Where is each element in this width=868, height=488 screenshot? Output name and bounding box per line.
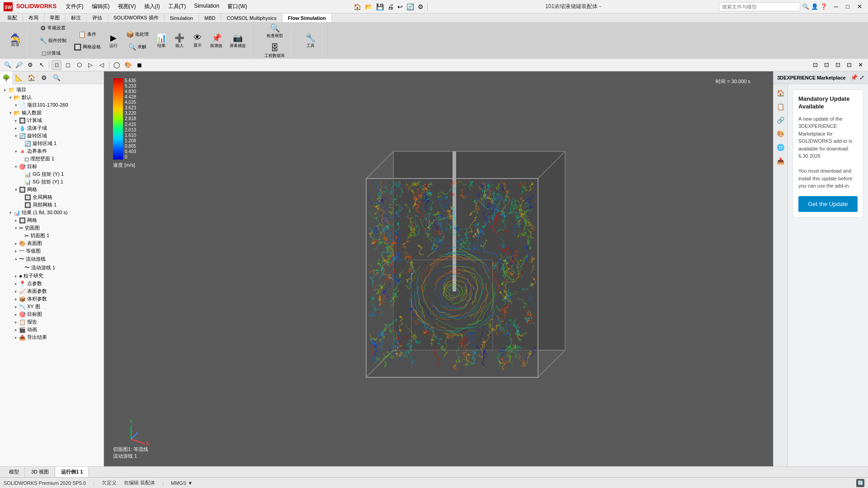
tree-item[interactable]: ▸ 📤 导出结果 (2, 333, 102, 341)
tree-item[interactable]: ▸ 🎯 目标图 (2, 310, 102, 318)
user-icon[interactable]: 👤 (811, 3, 818, 10)
mesh-settings-button[interactable]: 🔲 网格设格 (71, 42, 104, 52)
undo-icon[interactable]: ↩ (397, 3, 403, 10)
flow-tb-circle[interactable]: ◯ (112, 60, 122, 70)
rp-link-icon[interactable]: 🔗 (775, 115, 786, 126)
tree-item[interactable]: 📊 SG 扭矩 (Y) 1 (2, 178, 102, 186)
rebuild-indicator[interactable]: 🔄 (856, 479, 864, 487)
bottom-tab-3dview[interactable]: 3D 视图 (26, 467, 55, 477)
tab-flow-simulation[interactable]: Flow Simulation (283, 14, 332, 22)
home-icon[interactable]: 🏠 (354, 3, 361, 10)
tree-item[interactable]: ▾ 📂 输入数据 (2, 109, 102, 117)
flow-tb-black[interactable]: ◼ (134, 60, 144, 70)
tree-item[interactable]: ▾ 🎯 目标 (2, 163, 102, 170)
tree-item[interactable]: 🔲 全局网格 (2, 193, 102, 201)
batch-button[interactable]: 📦 批处理 (123, 29, 151, 40)
tree-item[interactable]: ▾ 🔄 旋转区域 (2, 132, 102, 140)
menu-insert[interactable]: 插入(I) (141, 2, 164, 11)
rp-palette-icon[interactable]: 🎨 (775, 128, 786, 139)
display-manager-tab[interactable]: ⚙ (38, 71, 51, 84)
tree-item[interactable]: 〜 流动游线 1 (2, 263, 102, 272)
tree-item[interactable]: ▸ 🔲 计算域 (2, 117, 102, 124)
flow-tb-right-1[interactable]: ⊡ (810, 60, 820, 70)
search-tab[interactable]: 🔍 (51, 71, 63, 84)
display-button[interactable]: 👁 显示 (189, 31, 206, 50)
tree-item[interactable]: 🔲 局部网格 1 (2, 201, 102, 209)
flow-tb-arrow-l[interactable]: ◁ (97, 60, 107, 70)
tree-item[interactable]: ▸ 〰 等值图 (2, 247, 102, 255)
flow-tb-arrow-r[interactable]: ▷ (85, 60, 95, 70)
flow-tb-close[interactable]: ✕ (855, 60, 865, 70)
get-update-button[interactable]: Get the Update (798, 196, 858, 212)
wizard-button[interactable]: 🧙 向导 (7, 32, 24, 49)
tree-item[interactable]: ▸ 📋 报告 (2, 318, 102, 326)
feature-tree-tab[interactable]: 🌳 (0, 71, 13, 84)
insert-button[interactable]: ➕ 插入 (171, 31, 188, 51)
property-manager-tab[interactable]: 📐 (13, 71, 25, 84)
probe-button[interactable]: 📌 探测值 (208, 31, 225, 51)
tree-item[interactable]: ▾ 〜 流动游线 (2, 255, 102, 263)
tab-assembly[interactable]: 装配 (2, 14, 23, 22)
check-model-button[interactable]: 🔍 检查模型 (264, 21, 286, 41)
bottom-tab-run[interactable]: 运行例1 1 (56, 467, 89, 477)
flow-tb-right-3[interactable]: ⊡ (833, 60, 843, 70)
component-control-button[interactable]: 🔧 组件控制 (37, 35, 69, 46)
tree-item[interactable]: ▾ 🔺 边界条件 (2, 147, 102, 155)
maximize-button[interactable]: □ (843, 2, 853, 12)
flow-tb-shape2[interactable]: ⬡ (74, 60, 84, 70)
general-settings-button[interactable]: ⚙ 常规设置 (38, 23, 68, 33)
run-button[interactable]: ▶ 运行 (105, 31, 122, 51)
close-button[interactable]: ✕ (854, 2, 864, 12)
menu-file[interactable]: 文件(F) (62, 2, 87, 11)
tree-item[interactable]: ▾ 📊 结果 (1.fld, 30.000 s) (2, 209, 102, 216)
tree-item[interactable]: ▸ 💧 流体子域 (2, 124, 102, 132)
configuration-tab[interactable]: 🏠 (25, 71, 38, 84)
flow-tb-shape1[interactable]: ◻ (63, 60, 73, 70)
tree-item[interactable]: ▸ 📉 XY 图 (2, 303, 102, 310)
tools-button[interactable]: 🔧 工具 (302, 31, 319, 51)
flow-tb-zoom[interactable]: 🔎 (14, 60, 24, 70)
options-icon[interactable]: ⚙ (418, 3, 424, 10)
tree-item[interactable]: ▸ 📈 表面参数 (2, 287, 102, 295)
tree-item[interactable]: ▸ 🎨 表面图 (2, 239, 102, 247)
solve-button[interactable]: 🔍 求解 (126, 42, 149, 52)
menu-view[interactable]: 视图(V) (114, 2, 140, 11)
help-icon[interactable]: ❓ (820, 3, 827, 10)
tree-item[interactable]: ▸ ● 粒子研究 (2, 272, 102, 280)
results-button[interactable]: 📊 结果 (153, 31, 170, 51)
flow-tb-right-4[interactable]: ⊡ (844, 60, 854, 70)
flow-tb-box[interactable]: ◻ (52, 60, 61, 70)
tree-item[interactable]: ✂ 切面图 1 (2, 232, 102, 239)
flow-tb-color[interactable]: 🎨 (123, 60, 133, 70)
tree-item[interactable]: ▾ ✂ 切面图 (2, 224, 102, 232)
bottom-tab-model[interactable]: 模型 (4, 467, 25, 477)
tree-item[interactable]: 📊 GG 扭矩 (Y) 1 (2, 170, 102, 178)
tree-item[interactable]: ▾ 📂 默认 (2, 94, 102, 101)
calc-domain-button[interactable]: □ 计算域 (39, 48, 66, 59)
search-icon[interactable]: 🔍 (802, 3, 809, 10)
flow-tb-select[interactable]: ↖ (37, 60, 47, 70)
tree-item[interactable]: ▾ 📄 项目101-1700-260 (2, 101, 102, 109)
minimize-button[interactable]: ─ (831, 2, 841, 12)
engineering-db-button[interactable]: 🗄 工程数据库 (262, 42, 288, 61)
tree-item[interactable]: ▸ 🎬 动画 (2, 326, 102, 333)
tree-item[interactable]: ◻ 理想壁面 1 (2, 155, 102, 163)
tree-item[interactable]: ▸ 📁 项目 (2, 86, 102, 94)
flow-tb-settings[interactable]: ⚙ (25, 60, 35, 70)
status-units[interactable]: MMGS ▼ (171, 480, 193, 486)
menu-tools[interactable]: 工具(T) (165, 2, 189, 11)
flow-tb-rotate[interactable]: 🔍 (3, 60, 13, 70)
save-icon[interactable]: 💾 (376, 3, 384, 10)
print-icon[interactable]: 🖨 (387, 3, 394, 10)
global-search-input[interactable] (719, 2, 800, 11)
conditions-button[interactable]: 📋 条件 (75, 29, 99, 40)
rp-download-icon[interactable]: 📥 (775, 155, 786, 166)
menu-simulation[interactable]: Simulation (190, 2, 223, 11)
menu-window[interactable]: 窗口(W) (224, 2, 250, 11)
rp-globe-icon[interactable]: 🌐 (775, 142, 786, 153)
tree-item[interactable]: ▸ 📍 点参数 (2, 280, 102, 287)
tree-item[interactable]: ▸ 📦 体积参数 (2, 295, 102, 303)
menu-edit[interactable]: 编辑(E) (88, 2, 113, 11)
tree-item[interactable]: 🔄 旋转区域 1 (2, 140, 102, 147)
tree-item[interactable]: ▸ 🔲 网格 (2, 216, 102, 224)
